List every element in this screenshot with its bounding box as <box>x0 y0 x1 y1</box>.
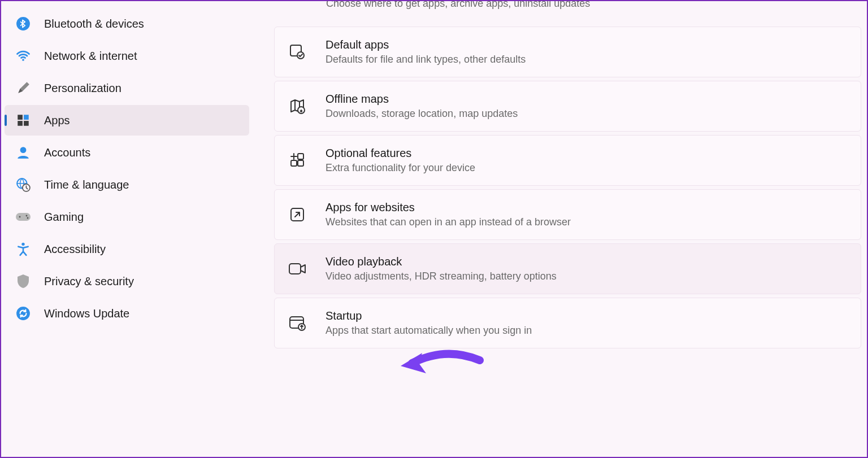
settings-sidebar: Bluetooth & devices Network & internet P… <box>1 1 253 457</box>
svg-rect-2 <box>18 115 23 120</box>
startup-icon <box>288 314 306 332</box>
svg-point-10 <box>19 216 21 218</box>
sidebar-item-apps[interactable]: Apps <box>5 105 249 136</box>
card-description-partial: Choose where to get apps, archive apps, … <box>274 0 861 14</box>
wifi-icon <box>15 47 32 64</box>
svg-rect-18 <box>291 160 297 166</box>
card-title: Offline maps <box>326 93 847 106</box>
sidebar-item-label: Accessibility <box>44 243 106 256</box>
settings-main-content: Choose where to get apps, archive apps, … <box>253 1 867 457</box>
card-title: Optional features <box>326 147 847 160</box>
svg-point-13 <box>21 243 24 246</box>
gamepad-icon <box>15 208 32 225</box>
accessibility-icon <box>15 241 32 258</box>
sidebar-item-label: Personalization <box>44 82 121 95</box>
sidebar-item-windows-update[interactable]: Windows Update <box>5 298 249 329</box>
card-title: Video playback <box>326 255 847 268</box>
card-apps-for-websites[interactable]: Apps for websites Websites that can open… <box>274 189 861 240</box>
card-optional-features[interactable]: Optional features Extra functionality fo… <box>274 135 861 186</box>
video-icon <box>288 260 306 278</box>
svg-point-11 <box>26 215 28 217</box>
card-default-apps[interactable]: Default apps Defaults for file and link … <box>274 27 861 77</box>
apps-icon <box>15 112 32 129</box>
card-title: Apps for websites <box>326 201 847 214</box>
svg-rect-4 <box>18 121 23 126</box>
card-title: Default apps <box>326 38 847 51</box>
sidebar-item-label: Privacy & security <box>44 275 134 288</box>
sidebar-item-gaming[interactable]: Gaming <box>5 202 249 232</box>
sidebar-item-personalization[interactable]: Personalization <box>5 73 249 103</box>
svg-point-1 <box>22 59 24 61</box>
sidebar-item-label: Gaming <box>44 211 84 224</box>
map-icon <box>288 97 306 115</box>
features-icon <box>288 151 306 169</box>
bluetooth-icon <box>15 15 32 32</box>
svg-rect-5 <box>24 121 29 126</box>
sidebar-item-label: Bluetooth & devices <box>44 18 144 30</box>
card-description: Downloads, storage location, map updates <box>326 108 847 120</box>
svg-point-14 <box>16 307 30 320</box>
sidebar-item-label: Time & language <box>44 178 129 191</box>
sidebar-item-privacy[interactable]: Privacy & security <box>5 266 249 296</box>
sidebar-item-accounts[interactable]: Accounts <box>5 137 249 168</box>
default-apps-icon <box>288 43 306 61</box>
globe-clock-icon <box>15 176 32 193</box>
sidebar-item-label: Windows Update <box>44 307 129 320</box>
svg-rect-22 <box>289 264 301 274</box>
person-icon <box>15 144 32 161</box>
sidebar-item-bluetooth[interactable]: Bluetooth & devices <box>5 8 249 39</box>
brush-icon <box>15 80 32 97</box>
card-title: Startup <box>326 309 847 322</box>
sidebar-item-label: Accounts <box>44 146 90 159</box>
card-startup[interactable]: Startup Apps that start automatically wh… <box>274 298 861 348</box>
sidebar-item-time-language[interactable]: Time & language <box>5 169 249 200</box>
card-video-playback[interactable]: Video playback Video adjustments, HDR st… <box>274 243 861 294</box>
svg-rect-9 <box>16 213 31 221</box>
card-description: Websites that can open in an app instead… <box>326 216 847 228</box>
shield-icon <box>15 273 32 290</box>
card-description: Apps that start automatically when you s… <box>326 325 847 337</box>
sidebar-item-accessibility[interactable]: Accessibility <box>5 234 249 264</box>
website-app-icon <box>288 206 306 224</box>
sidebar-item-label: Apps <box>44 114 70 127</box>
sidebar-item-network[interactable]: Network & internet <box>5 41 249 71</box>
card-description: Extra functionality for your device <box>326 162 847 174</box>
sidebar-item-label: Network & internet <box>44 50 137 63</box>
svg-rect-19 <box>298 160 303 166</box>
svg-point-6 <box>20 147 27 153</box>
sync-icon <box>15 305 32 322</box>
svg-rect-20 <box>298 154 303 159</box>
svg-rect-3 <box>24 115 29 120</box>
card-description: Video adjustments, HDR streaming, batter… <box>326 271 847 282</box>
card-description: Defaults for file and link types, other … <box>326 54 847 66</box>
svg-point-12 <box>27 217 29 219</box>
card-offline-maps[interactable]: Offline maps Downloads, storage location… <box>274 81 861 132</box>
